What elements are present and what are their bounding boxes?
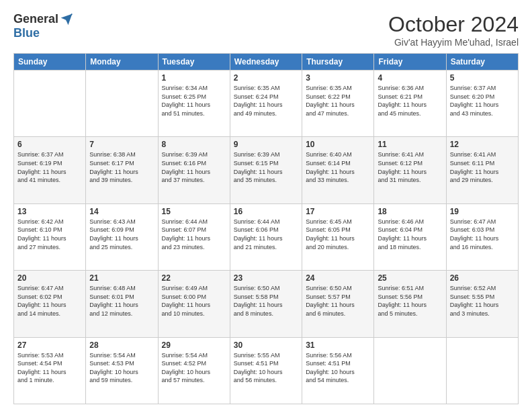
calendar-cell: 18Sunrise: 6:46 AM Sunset: 6:04 PM Dayli…	[374, 203, 446, 270]
day-info: Sunrise: 6:38 AM Sunset: 6:17 PM Dayligh…	[89, 150, 154, 184]
day-number: 27	[17, 340, 82, 350]
calendar-cell: 4Sunrise: 6:36 AM Sunset: 6:21 PM Daylig…	[374, 71, 446, 137]
day-info: Sunrise: 6:43 AM Sunset: 6:09 PM Dayligh…	[89, 218, 154, 251]
calendar-table: SundayMondayTuesdayWednesdayThursdayFrid…	[13, 53, 519, 404]
day-number: 12	[450, 140, 515, 149]
day-number: 30	[234, 340, 298, 350]
day-number: 29	[162, 340, 226, 350]
calendar-cell: 8Sunrise: 6:39 AM Sunset: 6:16 PM Daylig…	[158, 137, 230, 203]
day-number: 5	[450, 73, 515, 83]
calendar-cell: 2Sunrise: 6:35 AM Sunset: 6:24 PM Daylig…	[230, 71, 302, 137]
calendar-week-row: 13Sunrise: 6:42 AM Sunset: 6:10 PM Dayli…	[14, 203, 519, 270]
calendar-cell: 21Sunrise: 6:48 AM Sunset: 6:01 PM Dayli…	[86, 271, 158, 337]
calendar-cell: 27Sunrise: 5:53 AM Sunset: 4:54 PM Dayli…	[14, 337, 86, 404]
day-info: Sunrise: 5:56 AM Sunset: 4:51 PM Dayligh…	[306, 351, 370, 385]
day-number: 15	[162, 207, 226, 216]
weekday-header-saturday: Saturday	[446, 54, 518, 71]
day-number: 20	[17, 273, 82, 283]
day-info: Sunrise: 6:39 AM Sunset: 6:15 PM Dayligh…	[234, 150, 298, 184]
calendar-cell: 17Sunrise: 6:45 AM Sunset: 6:05 PM Dayli…	[302, 203, 374, 270]
calendar-week-row: 20Sunrise: 6:47 AM Sunset: 6:02 PM Dayli…	[14, 271, 519, 337]
calendar-cell: 23Sunrise: 6:50 AM Sunset: 5:58 PM Dayli…	[230, 271, 302, 337]
calendar-week-row: 27Sunrise: 5:53 AM Sunset: 4:54 PM Dayli…	[14, 337, 519, 404]
logo: General Blue	[13, 12, 73, 40]
logo-bird-icon	[60, 13, 73, 26]
day-info: Sunrise: 5:54 AM Sunset: 4:52 PM Dayligh…	[162, 351, 226, 385]
location-subtitle: Giv'at Hayyim Me'uhad, Israel	[388, 37, 519, 48]
calendar-cell	[86, 71, 158, 137]
day-number: 3	[306, 73, 370, 83]
day-number: 26	[450, 273, 515, 283]
day-number: 14	[89, 207, 154, 216]
day-info: Sunrise: 6:39 AM Sunset: 6:16 PM Dayligh…	[162, 150, 226, 184]
calendar-cell	[374, 337, 446, 404]
day-info: Sunrise: 6:46 AM Sunset: 6:04 PM Dayligh…	[378, 218, 442, 251]
day-info: Sunrise: 5:53 AM Sunset: 4:54 PM Dayligh…	[17, 351, 82, 385]
month-title: October 2024	[388, 12, 519, 37]
calendar-cell: 1Sunrise: 6:34 AM Sunset: 6:25 PM Daylig…	[158, 71, 230, 137]
day-number: 7	[89, 140, 154, 149]
day-info: Sunrise: 6:34 AM Sunset: 6:25 PM Dayligh…	[162, 84, 226, 118]
day-number: 21	[89, 273, 154, 283]
day-number: 9	[234, 140, 298, 149]
day-info: Sunrise: 6:37 AM Sunset: 6:20 PM Dayligh…	[450, 84, 515, 118]
calendar-cell	[14, 71, 86, 137]
day-info: Sunrise: 6:41 AM Sunset: 6:11 PM Dayligh…	[450, 150, 515, 184]
day-number: 18	[378, 207, 442, 216]
day-info: Sunrise: 6:44 AM Sunset: 6:07 PM Dayligh…	[162, 218, 226, 251]
day-number: 25	[378, 273, 442, 283]
calendar-week-row: 6Sunrise: 6:37 AM Sunset: 6:19 PM Daylig…	[14, 137, 519, 203]
day-info: Sunrise: 6:36 AM Sunset: 6:21 PM Dayligh…	[378, 84, 442, 118]
day-number: 23	[234, 273, 298, 283]
calendar-cell: 20Sunrise: 6:47 AM Sunset: 6:02 PM Dayli…	[14, 271, 86, 337]
weekday-header-friday: Friday	[374, 54, 446, 71]
calendar-cell: 12Sunrise: 6:41 AM Sunset: 6:11 PM Dayli…	[446, 137, 518, 203]
day-number: 10	[306, 140, 370, 149]
day-number: 31	[306, 340, 370, 350]
day-info: Sunrise: 6:47 AM Sunset: 6:03 PM Dayligh…	[450, 218, 515, 251]
day-number: 24	[306, 273, 370, 283]
day-info: Sunrise: 6:48 AM Sunset: 6:01 PM Dayligh…	[89, 284, 154, 318]
calendar-cell: 29Sunrise: 5:54 AM Sunset: 4:52 PM Dayli…	[158, 337, 230, 404]
day-info: Sunrise: 6:45 AM Sunset: 6:05 PM Dayligh…	[306, 218, 370, 251]
day-number: 11	[378, 140, 442, 149]
calendar-cell: 6Sunrise: 6:37 AM Sunset: 6:19 PM Daylig…	[14, 137, 86, 203]
calendar-cell: 28Sunrise: 5:54 AM Sunset: 4:53 PM Dayli…	[86, 337, 158, 404]
calendar-cell: 25Sunrise: 6:51 AM Sunset: 5:56 PM Dayli…	[374, 271, 446, 337]
day-info: Sunrise: 6:50 AM Sunset: 5:57 PM Dayligh…	[306, 284, 370, 318]
day-info: Sunrise: 6:35 AM Sunset: 6:24 PM Dayligh…	[234, 84, 298, 118]
calendar-cell: 19Sunrise: 6:47 AM Sunset: 6:03 PM Dayli…	[446, 203, 518, 270]
calendar-cell: 7Sunrise: 6:38 AM Sunset: 6:17 PM Daylig…	[86, 137, 158, 203]
day-info: Sunrise: 6:44 AM Sunset: 6:06 PM Dayligh…	[234, 218, 298, 251]
logo-general-text: General	[13, 12, 58, 26]
calendar-cell: 15Sunrise: 6:44 AM Sunset: 6:07 PM Dayli…	[158, 203, 230, 270]
calendar-cell: 9Sunrise: 6:39 AM Sunset: 6:15 PM Daylig…	[230, 137, 302, 203]
day-info: Sunrise: 6:35 AM Sunset: 6:22 PM Dayligh…	[306, 84, 370, 118]
day-info: Sunrise: 6:42 AM Sunset: 6:10 PM Dayligh…	[17, 218, 82, 251]
day-number: 1	[162, 73, 226, 83]
weekday-header-row: SundayMondayTuesdayWednesdayThursdayFrid…	[14, 54, 519, 71]
day-number: 6	[17, 140, 82, 149]
page: General Blue October 2024 Giv'at Hayyim …	[0, 0, 532, 411]
day-number: 8	[162, 140, 226, 149]
calendar-week-row: 1Sunrise: 6:34 AM Sunset: 6:25 PM Daylig…	[14, 71, 519, 137]
weekday-header-sunday: Sunday	[14, 54, 86, 71]
day-number: 22	[162, 273, 226, 283]
calendar-cell: 24Sunrise: 6:50 AM Sunset: 5:57 PM Dayli…	[302, 271, 374, 337]
calendar-cell: 16Sunrise: 6:44 AM Sunset: 6:06 PM Dayli…	[230, 203, 302, 270]
day-number: 13	[17, 207, 82, 216]
calendar-cell: 10Sunrise: 6:40 AM Sunset: 6:14 PM Dayli…	[302, 137, 374, 203]
day-info: Sunrise: 6:41 AM Sunset: 6:12 PM Dayligh…	[378, 150, 442, 184]
day-number: 16	[234, 207, 298, 216]
day-number: 19	[450, 207, 515, 216]
calendar-cell: 5Sunrise: 6:37 AM Sunset: 6:20 PM Daylig…	[446, 71, 518, 137]
day-info: Sunrise: 6:49 AM Sunset: 6:00 PM Dayligh…	[162, 284, 226, 318]
calendar-cell: 14Sunrise: 6:43 AM Sunset: 6:09 PM Dayli…	[86, 203, 158, 270]
day-info: Sunrise: 6:47 AM Sunset: 6:02 PM Dayligh…	[17, 284, 82, 318]
calendar-cell: 13Sunrise: 6:42 AM Sunset: 6:10 PM Dayli…	[14, 203, 86, 270]
day-info: Sunrise: 6:37 AM Sunset: 6:19 PM Dayligh…	[17, 150, 82, 184]
calendar-cell	[446, 337, 518, 404]
weekday-header-wednesday: Wednesday	[230, 54, 302, 71]
header: General Blue October 2024 Giv'at Hayyim …	[13, 12, 519, 48]
day-number: 28	[89, 340, 154, 350]
